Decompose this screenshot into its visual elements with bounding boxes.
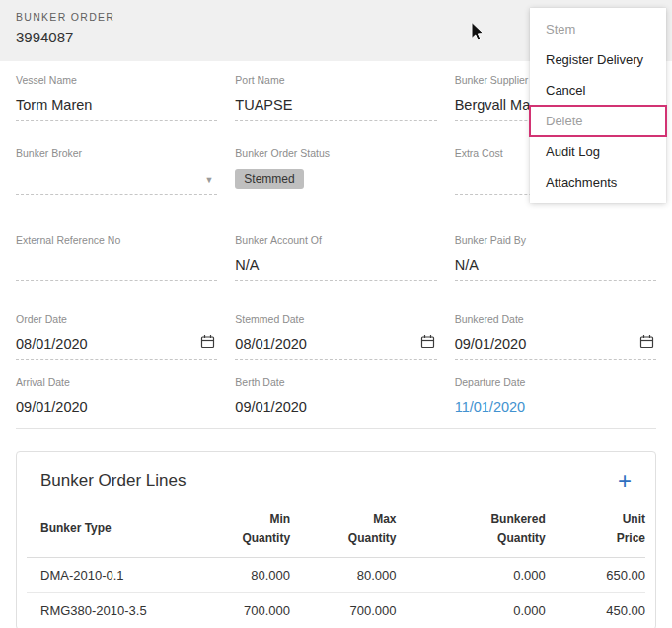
departure-date-label: Departure Date: [455, 376, 656, 388]
bunker-order-lines-title: Bunker Order Lines: [40, 471, 186, 491]
cell-max-quantity[interactable]: 700.000: [290, 593, 396, 628]
bunker-order-lines-card: Bunker Order Lines + Bunker Type Min Qua…: [16, 451, 656, 628]
column-header-text: Max Quantity: [348, 510, 397, 547]
cell-bunkered-quantity[interactable]: 0.000: [397, 593, 546, 628]
port-name-field[interactable]: Port Name TUAPSE: [235, 74, 436, 121]
cell-bunkered-quantity[interactable]: 0.000: [397, 558, 546, 593]
bunker-account-of-label: Bunker Account Of: [235, 234, 436, 246]
cell-min-quantity[interactable]: 80.000: [199, 558, 290, 593]
menu-item-register-delivery[interactable]: Register Delivery: [530, 44, 666, 75]
mouse-cursor-icon: [471, 22, 485, 45]
column-header-text: Bunkered Quantity: [490, 510, 545, 547]
external-reference-value[interactable]: [16, 255, 217, 275]
berth-date-value: 09/01/2020: [235, 397, 436, 418]
order-date-value[interactable]: 08/01/2020: [16, 334, 217, 354]
menu-item-delete[interactable]: Delete: [530, 106, 666, 136]
calendar-icon[interactable]: [639, 334, 654, 353]
order-date-field[interactable]: Order Date 08/01/2020: [16, 313, 217, 360]
add-line-button[interactable]: +: [618, 471, 632, 491]
menu-item-stem[interactable]: Stem: [530, 14, 666, 44]
berth-date-field: Berth Date 09/01/2020: [235, 376, 436, 418]
bunker-account-of-value[interactable]: N/A: [235, 255, 436, 275]
cell-unit-price[interactable]: 650.00: [546, 558, 645, 593]
bunker-account-of-field[interactable]: Bunker Account Of N/A: [235, 234, 436, 281]
stemmed-date-value[interactable]: 08/01/2020: [235, 334, 436, 354]
vessel-name-value[interactable]: Torm Maren: [16, 95, 217, 116]
cell-unit-price[interactable]: 450.00: [546, 593, 645, 628]
port-name-label: Port Name: [235, 74, 436, 86]
cell-max-quantity[interactable]: 80.000: [290, 558, 396, 593]
vessel-name-field[interactable]: Vessel Name Torm Maren: [16, 74, 217, 121]
menu-item-audit-log[interactable]: Audit Log: [530, 136, 666, 167]
departure-date-field: Departure Date 11/01/2020: [455, 376, 656, 418]
column-header-text: Min Quantity: [242, 510, 290, 547]
bunkered-date-field[interactable]: Bunkered Date 09/01/2020: [455, 313, 656, 360]
bunker-order-status-label: Bunker Order Status: [235, 147, 436, 159]
section-divider: [16, 428, 656, 429]
order-date-label: Order Date: [16, 313, 217, 325]
cell-bunker-type[interactable]: RMG380-2010-3.5: [27, 593, 199, 628]
bunker-broker-label: Bunker Broker: [16, 147, 217, 159]
bunkered-date-value[interactable]: 09/01/2020: [455, 334, 656, 354]
table-row[interactable]: DMA-2010-0.1 80.000 80.000 0.000 650.00: [27, 558, 645, 593]
menu-item-cancel[interactable]: Cancel: [530, 75, 666, 106]
column-header-text: Unit Price: [617, 510, 645, 547]
berth-date-label: Berth Date: [235, 376, 436, 388]
column-header-unit-price: Unit Price: [546, 497, 645, 558]
cell-min-quantity[interactable]: 700.000: [199, 593, 290, 628]
departure-date-value[interactable]: 11/01/2020: [455, 397, 656, 418]
calendar-icon[interactable]: [200, 334, 215, 353]
bunker-broker-value[interactable]: [16, 168, 217, 189]
bunker-broker-field[interactable]: Bunker Broker ▼: [16, 147, 217, 195]
column-header-max-quantity: Max Quantity: [290, 497, 396, 558]
bunker-paid-by-value[interactable]: N/A: [455, 255, 656, 275]
table-header-row: Bunker Type Min Quantity Max Quantity Bu…: [27, 497, 645, 558]
arrival-date-field: Arrival Date 09/01/2020: [16, 376, 217, 418]
vessel-name-label: Vessel Name: [16, 74, 217, 86]
bunker-order-status-field: Bunker Order Status Stemmed: [235, 147, 436, 195]
table-row[interactable]: RMG380-2010-3.5 700.000 700.000 0.000 45…: [27, 593, 645, 628]
bunker-paid-by-field[interactable]: Bunker Paid By N/A: [455, 234, 656, 281]
stemmed-date-field[interactable]: Stemmed Date 08/01/2020: [235, 313, 436, 360]
column-header-bunker-type: Bunker Type: [27, 497, 199, 558]
bunker-paid-by-label: Bunker Paid By: [455, 234, 656, 246]
arrival-date-value: 09/01/2020: [16, 397, 217, 418]
port-name-value[interactable]: TUAPSE: [235, 95, 436, 116]
bunker-order-page: BUNKER ORDER 3994087 Vessel Name Torm Ma…: [0, 0, 672, 628]
arrival-date-label: Arrival Date: [16, 376, 217, 388]
chevron-down-icon[interactable]: ▼: [204, 175, 213, 185]
order-lines-table: Bunker Type Min Quantity Max Quantity Bu…: [27, 497, 645, 628]
order-actions-menu: Stem Register Delivery Cancel Delete Aud…: [530, 8, 666, 203]
external-reference-label: External Reference No: [16, 234, 217, 246]
menu-item-attachments[interactable]: Attachments: [530, 167, 666, 197]
column-header-bunkered-quantity: Bunkered Quantity: [397, 497, 546, 558]
bunkered-date-label: Bunkered Date: [455, 313, 656, 325]
calendar-icon[interactable]: [420, 334, 435, 353]
column-header-min-quantity: Min Quantity: [199, 497, 290, 558]
external-reference-field[interactable]: External Reference No: [16, 234, 217, 281]
cell-bunker-type[interactable]: DMA-2010-0.1: [27, 558, 199, 593]
stemmed-date-label: Stemmed Date: [235, 313, 436, 325]
status-badge: Stemmed: [235, 169, 303, 189]
